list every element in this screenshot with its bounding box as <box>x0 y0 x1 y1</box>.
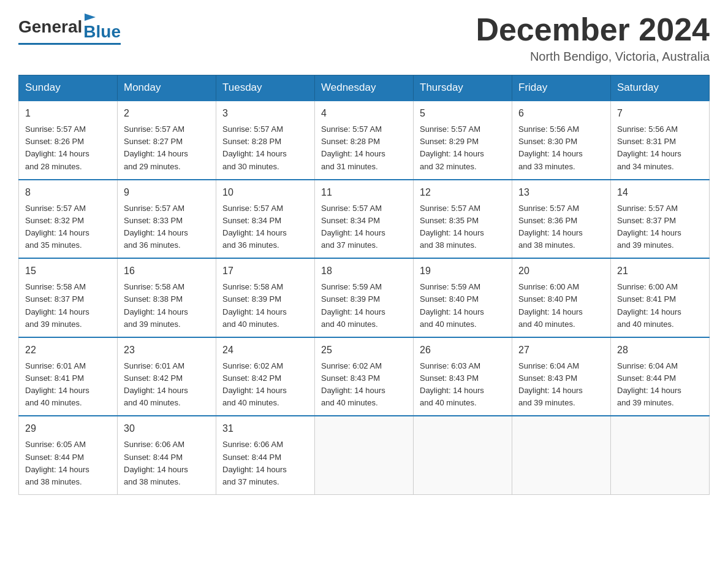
sunset-label: Sunset: 8:44 PM <box>617 373 676 383</box>
sunrise-label: Sunrise: 5:57 AM <box>321 204 382 213</box>
sunrise-label: Sunrise: 5:57 AM <box>321 124 382 134</box>
day-info: Sunrise: 6:01 AM Sunset: 8:42 PM Dayligh… <box>124 360 210 410</box>
sunrise-label: Sunrise: 5:57 AM <box>124 204 184 213</box>
sunset-label: Sunset: 8:42 PM <box>222 373 281 383</box>
calendar-cell: 29 Sunrise: 6:05 AM Sunset: 8:44 PM Dayl… <box>19 416 118 494</box>
daylight-label: Daylight: 14 hours <box>25 228 89 237</box>
sunset-label: Sunset: 8:41 PM <box>617 294 676 304</box>
day-number: 15 <box>25 264 111 278</box>
day-number: 14 <box>617 185 703 200</box>
calendar-cell: 16 Sunrise: 5:58 AM Sunset: 8:38 PM Dayl… <box>118 258 216 337</box>
daylight-minutes: and 40 minutes. <box>420 320 477 329</box>
calendar-cell: 15 Sunrise: 5:58 AM Sunset: 8:37 PM Dayl… <box>19 258 118 337</box>
sunset-label: Sunset: 8:38 PM <box>124 294 183 304</box>
day-number: 17 <box>222 264 308 278</box>
daylight-label: Daylight: 14 hours <box>124 149 188 158</box>
day-number: 10 <box>222 185 308 200</box>
day-number: 22 <box>25 343 111 358</box>
sunrise-label: Sunrise: 5:57 AM <box>420 124 480 134</box>
logo-blue: Blue <box>83 22 121 42</box>
calendar-cell: 27 Sunrise: 6:04 AM Sunset: 8:43 PM Dayl… <box>512 337 611 416</box>
sunset-label: Sunset: 8:27 PM <box>124 137 183 146</box>
daylight-minutes: and 29 minutes. <box>124 162 181 171</box>
day-info: Sunrise: 5:57 AM Sunset: 8:34 PM Dayligh… <box>321 202 407 252</box>
col-sunday: Sunday <box>19 75 118 101</box>
daylight-minutes: and 39 minutes. <box>617 398 674 407</box>
calendar-cell: 25 Sunrise: 6:02 AM Sunset: 8:43 PM Dayl… <box>315 337 414 416</box>
sunrise-label: Sunrise: 5:58 AM <box>222 282 283 291</box>
calendar-cell: 11 Sunrise: 5:57 AM Sunset: 8:34 PM Dayl… <box>315 180 414 259</box>
calendar-cell: 13 Sunrise: 5:57 AM Sunset: 8:36 PM Dayl… <box>512 180 611 259</box>
calendar-cell: 5 Sunrise: 5:57 AM Sunset: 8:29 PM Dayli… <box>414 101 512 180</box>
day-info: Sunrise: 5:57 AM Sunset: 8:27 PM Dayligh… <box>124 123 210 173</box>
calendar-cell: 17 Sunrise: 5:58 AM Sunset: 8:39 PM Dayl… <box>216 258 315 337</box>
daylight-minutes: and 34 minutes. <box>617 162 674 171</box>
daylight-minutes: and 40 minutes. <box>420 398 477 407</box>
day-number: 2 <box>124 106 210 121</box>
daylight-label: Daylight: 14 hours <box>420 307 484 316</box>
col-friday: Friday <box>512 75 611 101</box>
logo-general: General <box>18 17 82 37</box>
daylight-label: Daylight: 14 hours <box>420 149 484 158</box>
day-info: Sunrise: 5:58 AM Sunset: 8:37 PM Dayligh… <box>25 281 111 331</box>
daylight-label: Daylight: 14 hours <box>321 386 385 395</box>
daylight-label: Daylight: 14 hours <box>321 149 385 158</box>
calendar-cell: 9 Sunrise: 5:57 AM Sunset: 8:33 PM Dayli… <box>118 180 216 259</box>
daylight-minutes: and 36 minutes. <box>124 240 181 250</box>
calendar-cell: 20 Sunrise: 6:00 AM Sunset: 8:40 PM Dayl… <box>512 258 611 337</box>
daylight-minutes: and 39 minutes. <box>25 320 82 329</box>
sunset-label: Sunset: 8:43 PM <box>420 373 479 383</box>
sunset-label: Sunset: 8:29 PM <box>420 137 479 146</box>
daylight-label: Daylight: 14 hours <box>222 307 287 316</box>
day-info: Sunrise: 5:57 AM Sunset: 8:26 PM Dayligh… <box>25 123 111 173</box>
daylight-minutes: and 31 minutes. <box>321 162 378 171</box>
daylight-label: Daylight: 14 hours <box>420 228 484 237</box>
page-header: General Blue December 2024 North Bendigo… <box>18 12 710 64</box>
day-info: Sunrise: 5:59 AM Sunset: 8:39 PM Dayligh… <box>321 281 407 331</box>
day-number: 23 <box>124 343 210 358</box>
day-info: Sunrise: 6:01 AM Sunset: 8:41 PM Dayligh… <box>25 360 111 410</box>
daylight-label: Daylight: 14 hours <box>617 307 681 316</box>
location: North Bendigo, Victoria, Australia <box>476 50 710 64</box>
day-number: 21 <box>617 264 703 278</box>
day-number: 7 <box>617 106 703 121</box>
daylight-label: Daylight: 14 hours <box>420 386 484 395</box>
sunrise-label: Sunrise: 6:04 AM <box>518 361 579 370</box>
daylight-minutes: and 40 minutes. <box>124 398 181 407</box>
day-info: Sunrise: 5:57 AM Sunset: 8:28 PM Dayligh… <box>321 123 407 173</box>
calendar-cell: 24 Sunrise: 6:02 AM Sunset: 8:42 PM Dayl… <box>216 337 315 416</box>
sunset-label: Sunset: 8:39 PM <box>222 294 281 304</box>
sunrise-label: Sunrise: 5:56 AM <box>617 124 678 134</box>
day-number: 18 <box>321 264 407 278</box>
sunrise-label: Sunrise: 6:04 AM <box>617 361 678 370</box>
daylight-minutes: and 38 minutes. <box>124 477 181 486</box>
sunset-label: Sunset: 8:44 PM <box>124 453 183 462</box>
daylight-minutes: and 39 minutes. <box>124 320 181 329</box>
calendar-cell: 8 Sunrise: 5:57 AM Sunset: 8:32 PM Dayli… <box>19 180 118 259</box>
day-number: 11 <box>321 185 407 200</box>
day-info: Sunrise: 6:06 AM Sunset: 8:44 PM Dayligh… <box>124 439 210 488</box>
calendar-cell: 26 Sunrise: 6:03 AM Sunset: 8:43 PM Dayl… <box>414 337 512 416</box>
sunset-label: Sunset: 8:37 PM <box>25 294 84 304</box>
daylight-label: Daylight: 14 hours <box>518 228 583 237</box>
day-info: Sunrise: 5:57 AM Sunset: 8:35 PM Dayligh… <box>420 202 506 252</box>
sunset-label: Sunset: 8:34 PM <box>321 216 380 225</box>
day-number: 26 <box>420 343 506 358</box>
col-wednesday: Wednesday <box>315 75 414 101</box>
sunset-label: Sunset: 8:28 PM <box>321 137 380 146</box>
day-number: 5 <box>420 106 506 121</box>
sunrise-label: Sunrise: 5:57 AM <box>25 124 86 134</box>
daylight-minutes: and 40 minutes. <box>222 398 279 407</box>
calendar-cell: 18 Sunrise: 5:59 AM Sunset: 8:39 PM Dayl… <box>315 258 414 337</box>
daylight-minutes: and 38 minutes. <box>518 240 575 250</box>
daylight-minutes: and 37 minutes. <box>222 477 279 486</box>
sunset-label: Sunset: 8:28 PM <box>222 137 281 146</box>
sunrise-label: Sunrise: 5:56 AM <box>518 124 579 134</box>
sunrise-label: Sunrise: 6:01 AM <box>25 361 86 370</box>
daylight-label: Daylight: 14 hours <box>617 386 681 395</box>
daylight-minutes: and 38 minutes. <box>25 477 82 486</box>
daylight-minutes: and 40 minutes. <box>518 320 575 329</box>
week-row-3: 15 Sunrise: 5:58 AM Sunset: 8:37 PM Dayl… <box>19 258 710 337</box>
calendar-cell: 12 Sunrise: 5:57 AM Sunset: 8:35 PM Dayl… <box>414 180 512 259</box>
daylight-minutes: and 39 minutes. <box>518 398 575 407</box>
